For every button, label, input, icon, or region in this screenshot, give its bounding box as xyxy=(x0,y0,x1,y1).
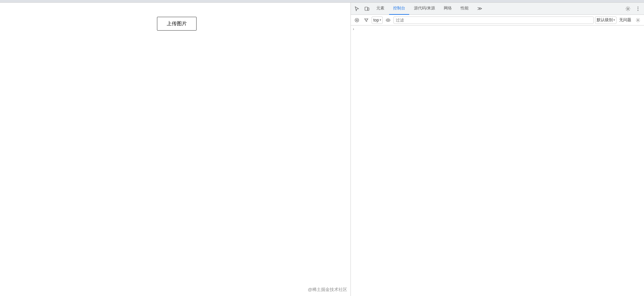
eye-icon-button[interactable] xyxy=(384,16,392,24)
tab-console[interactable]: 控制台 xyxy=(389,3,409,15)
console-content: › xyxy=(351,26,644,296)
svg-point-8 xyxy=(637,19,639,21)
tab-network[interactable]: 网络 xyxy=(440,3,456,15)
filter-clear-button[interactable] xyxy=(362,16,370,24)
devtools-more-icon[interactable] xyxy=(633,4,643,13)
context-label: top xyxy=(373,18,379,23)
watermark-text: @稀土掘金技术社区 xyxy=(308,287,347,293)
console-settings-icon[interactable] xyxy=(634,16,642,24)
tab-sources[interactable]: 源代码/来源 xyxy=(410,3,439,15)
svg-rect-0 xyxy=(365,7,368,10)
svg-point-5 xyxy=(638,10,638,10)
svg-point-2 xyxy=(627,8,629,9)
log-level-selector[interactable]: 默认级别 ▾ xyxy=(595,16,616,24)
tab-more[interactable]: ≫ xyxy=(473,3,486,15)
no-issues-label: 无问题 xyxy=(618,17,633,23)
svg-rect-1 xyxy=(368,8,369,10)
log-level-label: 默认级别 xyxy=(597,17,613,23)
console-expand-icon[interactable]: › xyxy=(353,27,358,31)
devtools-panel: 元素 控制台 源代码/来源 网络 性能 ≫ xyxy=(351,3,644,296)
webpage-content: 上传图片 @稀土掘金技术社区 xyxy=(0,3,351,296)
upload-button[interactable]: 上传图片 xyxy=(157,17,197,31)
device-icon[interactable] xyxy=(362,4,372,13)
context-selector[interactable]: top ▾ xyxy=(372,16,383,24)
console-toolbar: top ▾ 默认级别 ▾ 无问题 xyxy=(351,15,644,26)
level-chevron-icon: ▾ xyxy=(613,18,615,22)
devtools-right-icons xyxy=(623,4,643,13)
svg-point-3 xyxy=(638,6,638,7)
console-arrow-row: › xyxy=(351,26,644,32)
context-chevron-icon: ▾ xyxy=(380,18,381,22)
svg-point-7 xyxy=(387,19,388,20)
main-area: 上传图片 @稀土掘金技术社区 元素 控制台 源代码/来源 网络 性能 xyxy=(0,3,644,296)
browser-top-bar xyxy=(0,0,644,3)
clear-console-button[interactable] xyxy=(353,16,361,24)
svg-point-4 xyxy=(638,8,638,9)
devtools-settings-icon[interactable] xyxy=(623,4,633,13)
cursor-icon[interactable] xyxy=(352,4,362,13)
tab-performance[interactable]: 性能 xyxy=(457,3,473,15)
tab-elements[interactable]: 元素 xyxy=(372,3,388,15)
devtools-top-bar: 元素 控制台 源代码/来源 网络 性能 ≫ xyxy=(351,3,644,15)
filter-input[interactable] xyxy=(393,16,594,24)
